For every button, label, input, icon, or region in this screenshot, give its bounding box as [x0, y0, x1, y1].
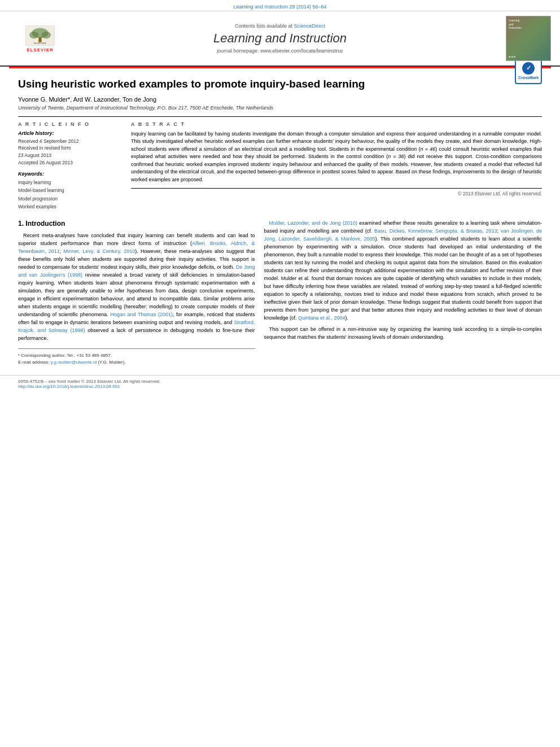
elsevier-logo-area: ELSEVIER ELSEVIER [9, 25, 71, 53]
crossmark-circle-icon: ✓ [522, 62, 535, 75]
n-ctrl: n = 36 [388, 154, 404, 159]
crossmark-area: ✓ CrossMark [515, 57, 542, 84]
journal-homepage: journal homepage: www.elsevier.com/locat… [77, 48, 483, 54]
footer-doi: http://dx.doi.org/10.1016/j.learninstruc… [18, 384, 542, 389]
journal-link[interactable]: Learning and Instruction 29 (2014) 56–64 [233, 4, 326, 10]
left-column: 1. Introduction Recent meta-analyses hav… [18, 220, 255, 365]
header-section: ELSEVIER ELSEVIER Contents lists availab… [0, 11, 560, 67]
ref-dejong[interactable]: De Jong and van Joolingen's (1998) [18, 264, 255, 278]
copyright-line: © 2013 Elsevier Ltd. All rights reserved… [131, 188, 542, 196]
article-info: A R T I C L E I N F O Article history: R… [18, 121, 120, 211]
intro-paragraph-1: Recent meta-analyses have concluded that… [18, 232, 255, 342]
intro-section-title: 1. Introduction [18, 220, 255, 228]
bottom-footer: 0959-4752/$ – see front matter © 2013 El… [0, 375, 560, 392]
science-direct-link[interactable]: ScienceDirect [294, 23, 326, 29]
footnote-email-link[interactable]: y.g.mulder@utwente.nl [51, 360, 97, 365]
right-paragraph-1: Mulder, Lazonder, and de Jong (2010) exa… [264, 220, 542, 322]
top-bar: Learning and Instruction 29 (2014) 56–64 [0, 0, 560, 11]
svg-point-3 [29, 31, 38, 38]
right-paragraph-2: This support can be offered in a non-int… [264, 326, 542, 342]
abstract-section: A B S T R A C T Inquiry learning can be … [131, 121, 542, 211]
journal-cover: LearningandInstruction ■ ■ ■ [506, 16, 551, 61]
crossmark-label: CrossMark [518, 76, 539, 80]
article-info-header: A R T I C L E I N F O [18, 121, 120, 127]
svg-point-4 [42, 31, 51, 38]
ref-stratford[interactable]: Stratford, Krajcik, and Soloway (1998) [18, 320, 255, 333]
header-center: Contents lists available at ScienceDirec… [71, 23, 489, 54]
svg-text:ELSEVIER: ELSEVIER [34, 42, 46, 45]
footnote-section: * Corresponding author. Tel.: +31 53 489… [18, 348, 255, 366]
elsevier-tree-icon: ELSEVIER [23, 25, 57, 46]
footer-doi-link[interactable]: http://dx.doi.org/10.1016/j.learninstruc… [18, 384, 120, 389]
paper-affiliation: University of Twente, Department of Inst… [18, 105, 542, 111]
history-revised-date: 23 August 2013 [18, 152, 120, 159]
keyword-1: Inquiry learning [18, 178, 120, 186]
ref-hogan[interactable]: Hogan and Thomas (2001) [110, 312, 173, 317]
crossmark-badge[interactable]: ✓ CrossMark [515, 57, 542, 84]
journal-title: Learning and Instruction [77, 31, 483, 46]
ref-minner[interactable]: Minner, Levy, & Century, 2010 [64, 248, 135, 254]
right-column: Mulder, Lazonder, and de Jong (2010) exa… [264, 220, 542, 365]
article-history-label: Article history: [18, 130, 120, 136]
history-received: Received 4 September 2012 [18, 138, 120, 145]
main-content: 1. Introduction Recent meta-analyses hav… [0, 211, 560, 374]
footer-issn: 0959-4752/$ – see front matter © 2013 El… [18, 379, 542, 384]
history-revised-label: Received in revised form [18, 145, 120, 152]
keyword-4: Worked examples [18, 203, 120, 211]
keywords-label: Keywords: [18, 171, 120, 177]
abstract-header: A B S T R A C T [131, 121, 542, 127]
footnote-email: E-mail address: y.g.mulder@utwente.nl (Y… [18, 359, 255, 366]
keyword-3: Model progression [18, 195, 120, 203]
ref-alfieri[interactable]: Alfieri, Brooks, Aldrich, & Tenenbaum, 2… [18, 241, 255, 254]
history-accepted: Accepted 26 August 2013 [18, 159, 120, 167]
ref-quintana[interactable]: Quintana et al., 2004 [298, 315, 345, 321]
paper-title: Using heuristic worked examples to promo… [18, 77, 542, 91]
abstract-text: Inquiry learning can be facilitated by h… [131, 130, 542, 184]
svg-rect-2 [38, 37, 41, 42]
contents-line: Contents lists available at ScienceDirec… [77, 23, 483, 29]
ref-mulder2010[interactable]: Mulder, Lazonder, and de Jong (2010) [269, 220, 357, 226]
elsevier-brand-text: ELSEVIER [27, 47, 54, 53]
keyword-2: Model-based learning [18, 186, 120, 194]
info-columns: A R T I C L E I N F O Article history: R… [18, 116, 542, 211]
paper-section: ✓ CrossMark Using heuristic worked examp… [0, 68, 560, 211]
ref-basu[interactable]: Basu, Dickes, Kinnebrew, Sengupta, & Bis… [374, 228, 497, 234]
n-exp: n = 46 [421, 146, 436, 152]
journal-cover-area: LearningandInstruction ■ ■ ■ [489, 16, 551, 61]
paper-authors: Yvonne G. Mulder*, Ard W. Lazonder, Ton … [18, 96, 542, 103]
footnote-corresponding: * Corresponding author. Tel.: +31 53 489… [18, 352, 255, 359]
